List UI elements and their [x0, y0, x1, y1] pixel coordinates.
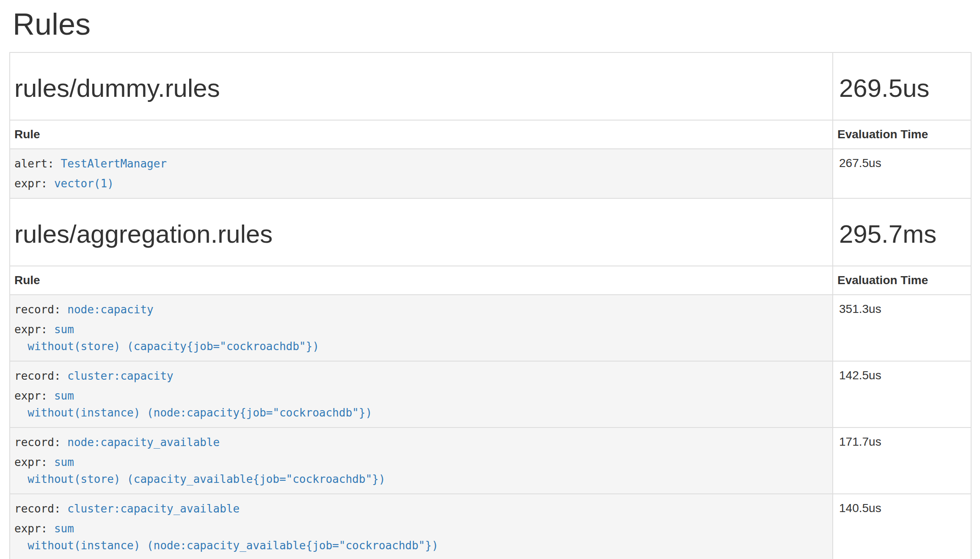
rule-group-total-time: 269.5us — [839, 74, 964, 103]
expr-link[interactable]: sum without(store) (capacity_available{j… — [14, 456, 385, 485]
record-name-link[interactable]: node:capacity — [67, 303, 154, 316]
rule-column-header: Rule — [10, 120, 833, 149]
eval-time-column-header: Evaluation Time — [833, 266, 971, 295]
eval-time-value: 171.7us — [833, 427, 971, 494]
rule-line: expr: sum without(instance) (node:capaci… — [14, 387, 826, 421]
eval-time-value: 142.5us — [833, 361, 971, 427]
record-name-link[interactable]: cluster:capacity — [67, 370, 173, 382]
page-title: Rules — [13, 8, 971, 41]
rule-keyword: record: — [14, 502, 67, 515]
rule-line: alert: TestAlertManager — [14, 155, 826, 172]
rule-keyword: expr: — [14, 323, 54, 336]
rule-line: expr: sum without(instance) (node:capaci… — [14, 520, 826, 554]
eval-time-value: 351.3us — [833, 295, 971, 361]
rule-group-time-cell: 269.5us — [833, 52, 971, 120]
rule-line: expr: sum without(store) (capacity_avail… — [14, 454, 826, 488]
rule-group-file: rules/dummy.rules — [14, 74, 826, 103]
rule-group-header: rules/dummy.rules 269.5us — [10, 52, 971, 120]
rules-page: Rules rules/dummy.rules 269.5us Rule Eva… — [0, 0, 980, 559]
rule-group-total-time: 295.7ms — [839, 220, 964, 249]
rule-keyword: expr: — [14, 522, 54, 535]
eval-time-column-header: Evaluation Time — [833, 120, 971, 149]
rule-keyword: record: — [14, 303, 67, 316]
table-row: record: cluster:capacity expr: sum witho… — [10, 361, 971, 427]
expr-link[interactable]: sum without(instance) (node:capacity_ava… — [14, 522, 438, 552]
rule-line: record: cluster:capacity — [14, 367, 826, 384]
rule-keyword: alert: — [14, 157, 61, 170]
table-row: record: cluster:capacity_available expr:… — [10, 494, 971, 559]
rule-group-header: rules/aggregation.rules 295.7ms — [10, 198, 971, 266]
column-header-row: Rule Evaluation Time — [10, 120, 971, 149]
rule-line: record: cluster:capacity_available — [14, 500, 826, 517]
rule-keyword: expr: — [14, 456, 54, 469]
rule-line: record: node:capacity_available — [14, 434, 826, 451]
rule-line: record: node:capacity — [14, 301, 826, 318]
expr-link[interactable]: sum without(instance) (node:capacity{job… — [14, 389, 372, 419]
rule-keyword: expr: — [14, 389, 54, 402]
rule-line: expr: vector(1) — [14, 175, 826, 192]
rule-definition-cell: record: cluster:capacity_available expr:… — [10, 494, 833, 559]
rule-line: expr: sum without(store) (capacity{job="… — [14, 321, 826, 355]
rule-column-header: Rule — [10, 266, 833, 295]
record-name-link[interactable]: cluster:capacity_available — [67, 502, 239, 515]
column-header-row: Rule Evaluation Time — [10, 266, 971, 295]
rule-group-file-cell: rules/dummy.rules — [10, 52, 833, 120]
rule-keyword: record: — [14, 436, 67, 449]
rule-definition-cell: alert: TestAlertManager expr: vector(1) — [10, 149, 833, 198]
rule-group-time-cell: 295.7ms — [833, 198, 971, 266]
rule-definition-cell: record: node:capacity expr: sum without(… — [10, 295, 833, 361]
eval-time-value: 140.5us — [833, 494, 971, 559]
expr-link[interactable]: sum without(store) (capacity{job="cockro… — [14, 323, 319, 353]
alert-name-link[interactable]: TestAlertManager — [61, 157, 167, 170]
eval-time-value: 267.5us — [833, 149, 971, 198]
table-row: record: node:capacity expr: sum without(… — [10, 295, 971, 361]
rule-group-file-cell: rules/aggregation.rules — [10, 198, 833, 266]
table-row: record: node:capacity_available expr: su… — [10, 427, 971, 494]
rule-definition-cell: record: cluster:capacity expr: sum witho… — [10, 361, 833, 427]
rule-keyword: expr: — [14, 177, 54, 190]
record-name-link[interactable]: node:capacity_available — [67, 436, 220, 449]
rule-definition-cell: record: node:capacity_available expr: su… — [10, 427, 833, 494]
table-row: alert: TestAlertManager expr: vector(1) … — [10, 149, 971, 198]
rule-group-file: rules/aggregation.rules — [14, 220, 826, 249]
rules-table: rules/dummy.rules 269.5us Rule Evaluatio… — [9, 52, 972, 559]
rule-keyword: record: — [14, 370, 67, 382]
expr-link[interactable]: vector(1) — [54, 177, 114, 190]
